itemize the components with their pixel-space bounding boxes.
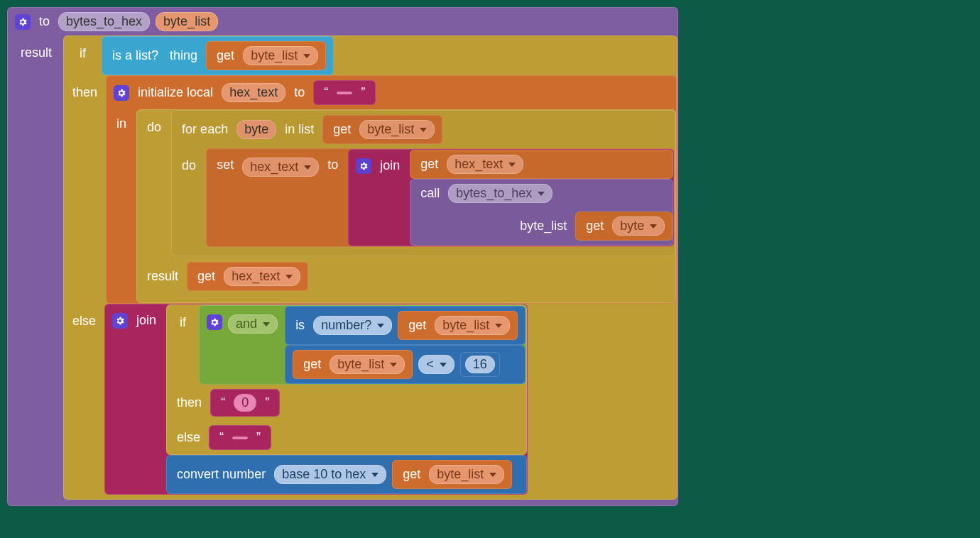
var-dropdown[interactable]: byte_list [435, 316, 510, 335]
in-list-label: in list [282, 122, 317, 137]
get-label: get [195, 269, 218, 284]
get-byte[interactable]: get byte [575, 212, 673, 241]
text-input[interactable]: 0 [234, 394, 256, 412]
get-label: get [214, 48, 237, 63]
do-result-block[interactable]: do for each byte in list [136, 109, 676, 303]
procedure-param[interactable]: byte_list [156, 12, 218, 31]
compare-dropdown[interactable]: < [418, 355, 454, 374]
text-input[interactable] [232, 437, 248, 439]
convert-number-block[interactable]: convert number base 10 to hex get byte_l… [166, 455, 527, 494]
result-label: result [144, 269, 181, 284]
local-var-name[interactable]: hex_text [222, 83, 285, 102]
quote-open: “ [321, 85, 331, 100]
gear-icon[interactable] [112, 313, 128, 329]
join-block[interactable]: join get hex_text [348, 149, 674, 246]
text-input[interactable] [337, 92, 352, 94]
proc-dropdown[interactable]: bytes_to_hex [448, 184, 552, 203]
quote-close: ” [262, 395, 272, 410]
var-dropdown[interactable]: byte [612, 216, 665, 236]
in-label: in [107, 109, 136, 138]
get-label: get [300, 357, 324, 372]
to-label: to [36, 14, 53, 29]
set-var-dropdown[interactable]: hex_text [242, 158, 319, 177]
set-block[interactable]: set hex_text to [206, 148, 675, 247]
if-label: if [64, 36, 102, 75]
gear-icon[interactable] [207, 314, 222, 330]
and-block[interactable]: and is number? [199, 305, 526, 385]
var-dropdown[interactable]: hex_text [224, 267, 300, 286]
get-hex-text[interactable]: get hex_text [187, 262, 308, 291]
call-procedure-block[interactable]: call bytes_to_hex byte_list [410, 179, 673, 246]
get-byte-list[interactable]: get byte_list [206, 41, 326, 70]
convert-number-label: convert number [174, 467, 268, 482]
else-label: else [174, 430, 203, 445]
get-byte-list[interactable]: get byte_list [293, 350, 413, 379]
number-input[interactable]: 16 [465, 356, 495, 373]
thing-label: thing [167, 48, 200, 63]
join-block[interactable]: join if [104, 304, 528, 495]
is-a-list-label: is a list? [109, 48, 161, 63]
is-number-dropdown[interactable]: number? [313, 316, 392, 335]
number-literal[interactable]: 16 [460, 352, 500, 377]
var-dropdown[interactable]: byte_list [359, 120, 435, 139]
foreach-block[interactable]: for each byte in list get byte_list [171, 110, 675, 256]
do-label: do [137, 110, 171, 145]
quote-open: “ [218, 395, 228, 410]
if-label: if [167, 305, 199, 340]
var-dropdown[interactable]: byte_list [243, 46, 318, 65]
quote-close: ” [358, 85, 368, 100]
result-label: result [8, 35, 63, 67]
var-dropdown[interactable]: hex_text [447, 155, 523, 174]
join-label: join [377, 158, 403, 173]
procedure-header: to bytes_to_hex byte_list [8, 8, 677, 35]
call-label: call [418, 186, 442, 201]
arg-name-label: byte_list [517, 219, 570, 234]
then-label: then [64, 75, 106, 110]
get-byte-list[interactable]: get byte_list [392, 460, 512, 489]
initialize-local-label: initialize local [135, 85, 216, 100]
if-block[interactable]: if is a list? thing get byte_list [63, 35, 677, 500]
get-label: get [405, 318, 429, 333]
get-hex-text[interactable]: get hex_text [410, 150, 673, 179]
var-dropdown[interactable]: byte_list [330, 355, 405, 374]
get-label: get [583, 219, 606, 234]
set-label: set [214, 158, 236, 172]
compare-block[interactable]: get byte_list < 16 [285, 345, 526, 384]
init-local-block[interactable]: initialize local hex_text to “ ” [106, 75, 677, 304]
foreach-label: for each [179, 122, 231, 137]
is-label: is [293, 318, 307, 333]
get-label: get [330, 122, 354, 137]
gear-icon[interactable] [114, 85, 129, 101]
foreach-var[interactable]: byte [236, 120, 276, 139]
quote-open: “ [217, 430, 227, 445]
get-byte-list[interactable]: get byte_list [398, 311, 518, 340]
join-label: join [134, 313, 159, 328]
gear-icon[interactable] [356, 158, 371, 174]
gear-icon[interactable] [15, 14, 31, 30]
do-label: do [172, 148, 206, 183]
text-literal[interactable]: “ ” [313, 80, 376, 105]
text-literal[interactable]: “ ” [209, 425, 271, 450]
else-label: else [64, 304, 104, 339]
if-expression-block[interactable]: if and [166, 304, 527, 455]
get-label: get [418, 157, 441, 172]
is-a-list-block[interactable]: is a list? thing get byte_list [102, 36, 334, 75]
and-dropdown[interactable]: and [228, 314, 278, 334]
procedure-name[interactable]: bytes_to_hex [58, 12, 150, 31]
var-dropdown[interactable]: byte_list [429, 465, 504, 484]
get-byte-list[interactable]: get byte_list [322, 115, 442, 144]
to-label: to [325, 158, 341, 172]
get-label: get [400, 467, 423, 482]
convert-dropdown[interactable]: base 10 to hex [274, 465, 386, 484]
quote-close: ” [254, 430, 263, 445]
is-number-block[interactable]: is number? get byte_list [285, 306, 526, 345]
to-label: to [291, 85, 307, 100]
text-literal[interactable]: “ 0 ” [210, 389, 280, 417]
then-label: then [174, 395, 205, 410]
